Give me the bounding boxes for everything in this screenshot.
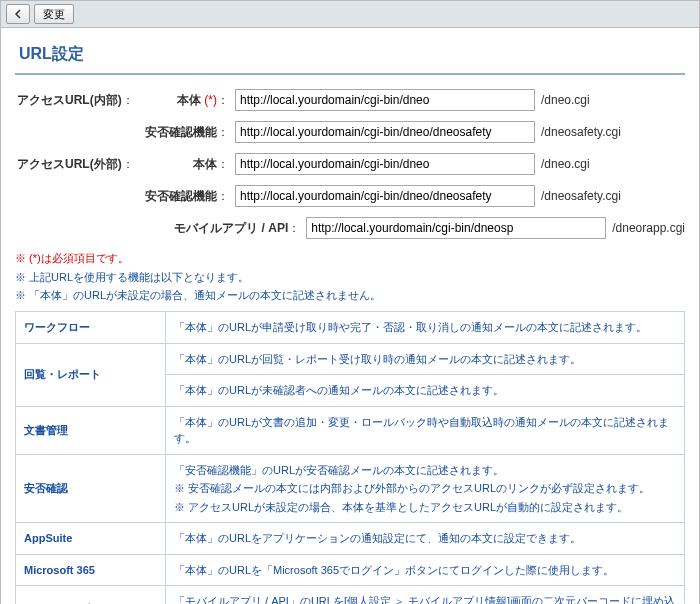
label-access-external: アクセスURL(外部) <box>17 157 122 171</box>
features-table: ワークフロー「本体」のURLが申請受け取り時や完了・否認・取り消しの通知メールの… <box>15 311 685 604</box>
label-safety-2: 安否確認機能 <box>145 189 217 203</box>
table-row: 回覧・レポート「本体」のURLが回覧・レポート受け取り時の通知メールの本文に記述… <box>16 343 685 375</box>
input-external-safety[interactable] <box>235 185 535 207</box>
feature-desc: 「本体」のURLを「Microsoft 365でログイン」ボタンにてログインした… <box>166 554 685 586</box>
feature-name: 文書管理 <box>16 406 166 454</box>
feature-desc: 「モバイルアプリ / API」のURLを[個人設定 ＞ モバイルアプリ情報]画面… <box>166 586 685 604</box>
note-required: ※ (*)は必須項目です。 <box>15 249 685 268</box>
feature-desc: 「本体」のURLが未確認者への通知メールの本文に記述されます。 <box>166 375 685 407</box>
table-row: 文書管理「本体」のURLが文書の追加・変更・ロールバック時や自動取込時の通知メー… <box>16 406 685 454</box>
row-mobile-api: モバイルアプリ / API： /dneorapp.cgi <box>15 217 685 239</box>
feature-name: Microsoft 365 <box>16 554 166 586</box>
input-external-main[interactable] <box>235 153 535 175</box>
feature-name: 回覧・レポート <box>16 343 166 406</box>
suffix-external-safety: /dneosafety.cgi <box>535 189 621 203</box>
label-safety: 安否確認機能 <box>145 125 217 139</box>
input-internal-safety[interactable] <box>235 121 535 143</box>
feature-desc: 「本体」のURLが回覧・レポート受け取り時の通知メールの本文に記述されます。 <box>166 343 685 375</box>
feature-desc-sub: ※ アクセスURLが未設定の場合、本体を基準としたアクセスURLが自動的に設定さ… <box>174 499 676 516</box>
feature-name: AppSuite <box>16 523 166 555</box>
row-internal-main: アクセスURL(内部)： 本体 (*)： /dneo.cgi <box>15 89 685 111</box>
feature-name: 安否確認 <box>16 454 166 523</box>
arrow-left-icon <box>13 9 23 19</box>
row-external-safety: 安否確認機能： /dneosafety.cgi <box>15 185 685 207</box>
notes: ※ (*)は必須項目です。 ※ 上記URLを使用する機能は以下となります。 ※ … <box>15 249 685 305</box>
table-row: AppSuite「本体」のURLをアプリケーションの通知設定にて、通知の本文に設… <box>16 523 685 555</box>
table-row: Microsoft 365「本体」のURLを「Microsoft 365でログイ… <box>16 554 685 586</box>
table-row: ワークフロー「本体」のURLが申請受け取り時や完了・否認・取り消しの通知メールの… <box>16 312 685 344</box>
suffix-external-main: /dneo.cgi <box>535 157 590 171</box>
suffix-mobile-api: /dneorapp.cgi <box>606 221 685 235</box>
required-mark: (*) <box>204 93 217 107</box>
feature-desc: 「安否確認機能」のURLが安否確認メールの本文に記述されます。※ 安否確認メール… <box>166 454 685 523</box>
feature-desc: 「本体」のURLをアプリケーションの通知設定にて、通知の本文に設定できます。 <box>166 523 685 555</box>
change-button-top[interactable]: 変更 <box>34 4 74 24</box>
feature-desc: 「本体」のURLが申請受け取り時や完了・否認・取り消しの通知メールの本文に記述さ… <box>166 312 685 344</box>
back-button[interactable] <box>6 4 30 24</box>
input-mobile-api[interactable] <box>306 217 606 239</box>
row-external-main: アクセスURL(外部)： 本体： /dneo.cgi <box>15 153 685 175</box>
table-row: モバイルアプリ「モバイルアプリ / API」のURLを[個人設定 ＞ モバイルア… <box>16 586 685 604</box>
note-info2: ※ 「本体」のURLが未設定の場合、通知メールの本文に記述されません。 <box>15 286 685 305</box>
page-title: URL設定 <box>15 38 685 75</box>
table-row: 安否確認「安否確認機能」のURLが安否確認メールの本文に記述されます。※ 安否確… <box>16 454 685 523</box>
content: URL設定 アクセスURL(内部)： 本体 (*)： /dneo.cgi 安否確… <box>0 28 700 604</box>
suffix-internal-main: /dneo.cgi <box>535 93 590 107</box>
note-info1: ※ 上記URLを使用する機能は以下となります。 <box>15 268 685 287</box>
input-internal-main[interactable] <box>235 89 535 111</box>
feature-desc-sub: ※ 安否確認メールの本文には内部および外部からのアクセスURLのリンクが必ず設定… <box>174 480 676 497</box>
feature-desc: 「本体」のURLが文書の追加・変更・ロールバック時や自動取込時の通知メールの本文… <box>166 406 685 454</box>
feature-name: モバイルアプリ <box>16 586 166 604</box>
row-internal-safety: 安否確認機能： /dneosafety.cgi <box>15 121 685 143</box>
suffix-internal-safety: /dneosafety.cgi <box>535 125 621 139</box>
label-mobile-api: モバイルアプリ / API <box>174 221 288 235</box>
label-main-2: 本体 <box>193 157 217 171</box>
top-toolbar: 変更 <box>0 0 700 28</box>
label-access-internal: アクセスURL(内部) <box>17 93 122 107</box>
label-main: 本体 <box>177 93 201 107</box>
feature-name: ワークフロー <box>16 312 166 344</box>
